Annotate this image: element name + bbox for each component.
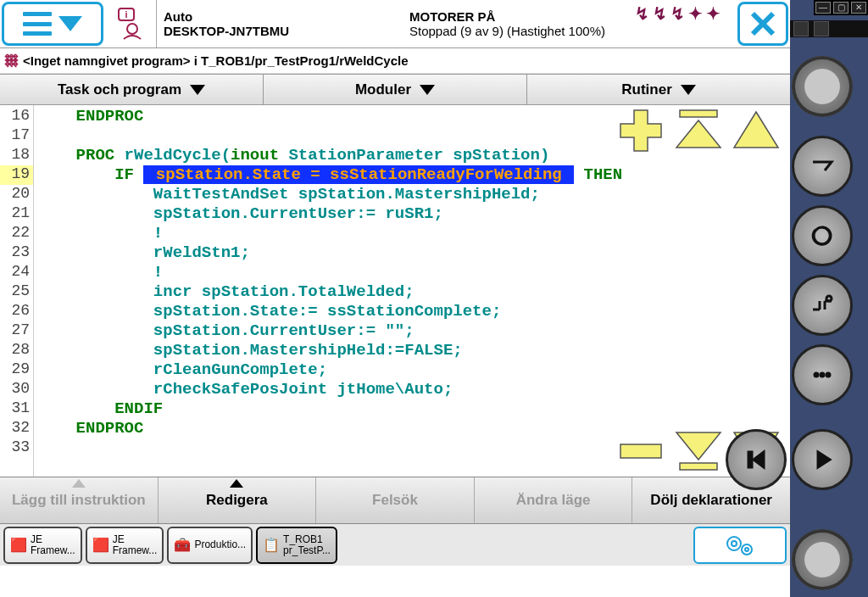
- svg-rect-23: [748, 452, 752, 467]
- svg-marker-22: [818, 452, 830, 467]
- prod-icon: 🧰: [174, 537, 191, 553]
- flexpendant-screen: i AutoMOTORER PÅ DESKTOP-JN7TBMUStoppad …: [0, 0, 790, 597]
- code-content[interactable]: ENDPROC PROC rWeldCycle(inout StationPar…: [34, 105, 790, 477]
- hamburger-icon: [23, 12, 52, 36]
- svg-point-21: [826, 373, 830, 377]
- jog-ring-top[interactable]: [792, 56, 853, 117]
- edit-label: Redigera: [206, 492, 268, 509]
- line-number: 26: [0, 302, 33, 321]
- svg-point-13: [727, 537, 741, 550]
- main-menu-button[interactable]: [2, 2, 103, 46]
- run-status-label: Stoppad (9 av 9) (Hastighet 100%): [409, 24, 729, 38]
- code-line[interactable]: rCheckSafePosJoint jtHome\Auto;: [37, 380, 787, 399]
- tool-button[interactable]: [793, 21, 809, 36]
- add-instruction-label: Lägg till instruktion: [12, 492, 146, 509]
- svg-rect-11: [680, 463, 717, 470]
- modules-dropdown[interactable]: Moduler: [264, 75, 527, 104]
- minimize-button[interactable]: —: [815, 2, 831, 14]
- maximize-button[interactable]: ▢: [833, 2, 849, 14]
- chevron-up-icon: [230, 479, 243, 488]
- quickset-button[interactable]: [693, 527, 787, 564]
- hw-button-3[interactable]: [792, 275, 853, 336]
- robotstudio-dock: — ▢ ✕: [790, 0, 868, 597]
- code-editor[interactable]: 161718192021222324252627282930313233 END…: [0, 105, 790, 477]
- routines-dropdown[interactable]: Rutiner: [527, 75, 790, 104]
- scroll-up-button[interactable]: [731, 107, 782, 153]
- close-button[interactable]: [737, 2, 788, 46]
- hw-play-button[interactable]: [792, 429, 853, 490]
- svg-text:i: i: [125, 9, 127, 20]
- hw-button-4[interactable]: [792, 344, 853, 405]
- line-number: 16: [0, 107, 33, 126]
- hardware-button-panel: [792, 56, 868, 590]
- code-line[interactable]: rCleanGunComplete;: [37, 360, 787, 380]
- add-instruction-button[interactable]: Lägg till instruktion: [0, 477, 159, 523]
- line-number: 18: [0, 146, 33, 165]
- top-bar: i AutoMOTORER PÅ DESKTOP-JN7TBMUStoppad …: [0, 0, 790, 48]
- line-number: 21: [0, 204, 33, 224]
- code-line[interactable]: !: [37, 224, 787, 243]
- taskbar-item-label: JEFramew...: [113, 534, 158, 556]
- svg-point-2: [127, 24, 137, 34]
- code-line[interactable]: WaitTestAndSet spStation.MastershipHeld;: [37, 185, 787, 204]
- debug-label: Felsök: [372, 492, 418, 509]
- modules-dropdown-label: Moduler: [355, 81, 411, 98]
- dock-toolbar: [790, 20, 868, 37]
- line-number: 29: [0, 360, 33, 380]
- line-number: 25: [0, 282, 33, 302]
- task-program-dropdown[interactable]: Task och program: [0, 75, 264, 104]
- je-icon: 🟥: [92, 537, 109, 553]
- jog-ring-bottom[interactable]: [792, 529, 853, 590]
- code-line[interactable]: ENDIF: [37, 399, 787, 419]
- zoom-out-button[interactable]: [615, 427, 666, 473]
- axis-status-icons: ↯↯↯✦✦: [635, 3, 724, 24]
- taskbar-item[interactable]: 📋T_ROB1pr_TestP...: [256, 527, 337, 564]
- close-window-button[interactable]: ✕: [851, 2, 866, 14]
- svg-point-14: [732, 541, 737, 546]
- line-number: 31: [0, 399, 33, 419]
- computer-label: DESKTOP-JN7TBMU: [164, 24, 289, 38]
- taskbar-item[interactable]: 🟥JEFramew...: [3, 527, 82, 564]
- scroll-top-button[interactable]: [673, 107, 724, 153]
- edit-button[interactable]: Redigera: [159, 477, 317, 523]
- code-line[interactable]: rWeldStn1;: [37, 243, 787, 263]
- svg-point-18: [826, 296, 832, 301]
- task-bar: 🟥JEFramew...🟥JEFramew...🧰Produktio...📋T_…: [0, 523, 790, 566]
- code-line[interactable]: spStation.CurrentUser:= "";: [37, 321, 787, 341]
- operator-info-icon[interactable]: i: [105, 0, 156, 47]
- taskbar-item[interactable]: 🟥JEFramew...: [86, 527, 164, 564]
- svg-marker-8: [734, 112, 778, 148]
- chevron-down-icon: [420, 85, 435, 95]
- line-number-gutter: 161718192021222324252627282930313233: [0, 105, 34, 477]
- hide-declarations-label: Dölj deklarationer: [650, 492, 772, 509]
- svg-rect-9: [620, 444, 661, 458]
- tool-button[interactable]: [814, 21, 829, 36]
- line-number: 20: [0, 185, 33, 204]
- code-line[interactable]: incr spStation.TotalWelded;: [37, 282, 787, 302]
- svg-rect-6: [680, 110, 717, 117]
- code-line[interactable]: spStation.CurrentUser:= ruSR1;: [37, 204, 787, 224]
- line-number: 27: [0, 321, 33, 341]
- debug-button[interactable]: Felsök: [316, 477, 475, 523]
- taskbar-item-label: Produktio...: [194, 539, 246, 550]
- dropdown-row: Task och program Moduler Rutiner: [0, 74, 790, 105]
- code-line[interactable]: !: [37, 263, 787, 282]
- taskbar-item[interactable]: 🧰Produktio...: [167, 527, 253, 564]
- zoom-in-button[interactable]: [615, 107, 666, 153]
- scroll-bottom-button[interactable]: [673, 427, 724, 473]
- code-line[interactable]: IF spStation.State = ssStationReadyForWe…: [37, 165, 787, 185]
- line-number: 22: [0, 224, 33, 243]
- hw-button-1[interactable]: [792, 136, 853, 197]
- line-number: 17: [0, 126, 33, 146]
- change-mode-button[interactable]: Ändra läge: [475, 477, 633, 523]
- line-number: 19: [0, 165, 33, 185]
- svg-point-16: [745, 548, 748, 551]
- code-line[interactable]: spStation.State:= ssStationComplete;: [37, 302, 787, 321]
- hw-prev-button[interactable]: [726, 429, 787, 490]
- je-icon: 🟥: [10, 537, 27, 553]
- mode-label: Auto: [164, 9, 192, 24]
- line-number: 24: [0, 263, 33, 282]
- program-path-row: 𐄳 <Inget namngivet program> i T_ROB1/pr_…: [0, 48, 790, 74]
- code-line[interactable]: spStation.MastershipHeld:=FALSE;: [37, 341, 787, 360]
- hw-button-2[interactable]: [792, 205, 853, 266]
